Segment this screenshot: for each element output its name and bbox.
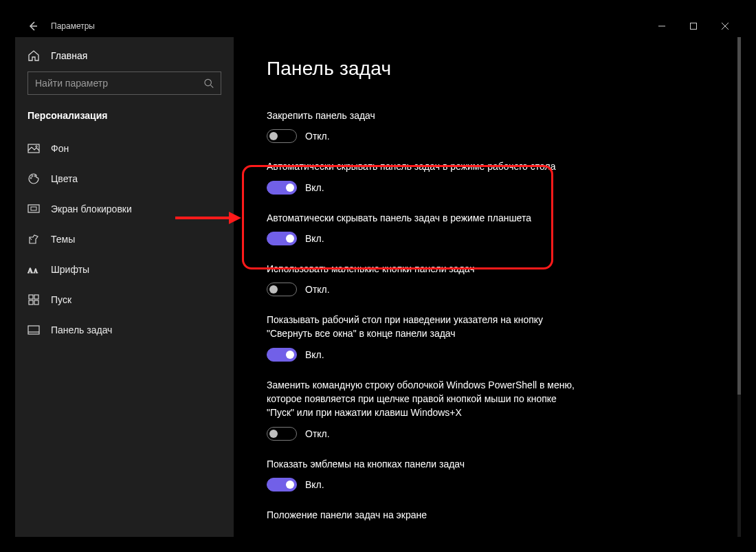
svg-text:A: A	[34, 268, 38, 274]
toggle-switch[interactable]	[267, 232, 297, 245]
setting-item: Показать эмблемы на кнопках панели задач…	[267, 457, 583, 492]
svg-rect-0	[691, 23, 697, 30]
setting-item: Закрепить панель задачОткл.	[267, 109, 583, 143]
toggle-row: Вкл.	[267, 348, 583, 362]
palette-icon	[27, 173, 40, 185]
svg-rect-8	[31, 207, 36, 210]
maximize-button[interactable]	[678, 15, 709, 37]
close-icon	[722, 23, 729, 30]
arrow-left-icon	[27, 21, 38, 32]
titlebar: Параметры	[15, 15, 741, 37]
toggle-row: Откл.	[267, 427, 583, 441]
setting-label: Положение панели задач на экране	[267, 508, 583, 522]
setting-label: Показать эмблемы на кнопках панели задач	[267, 457, 583, 471]
sidebar: Главная Персонализация Фон	[15, 37, 234, 537]
setting-label: Автоматически скрывать панель задач в ре…	[267, 211, 583, 225]
svg-point-5	[32, 175, 33, 177]
setting-label: Использовать маленькие кнопки панели зад…	[267, 262, 583, 276]
sidebar-item-colors[interactable]: Цвета	[15, 164, 234, 194]
window-title: Параметры	[51, 21, 95, 31]
sidebar-item-label: Пуск	[51, 294, 71, 305]
setting-item: Заменить командную строку оболочкой Wind…	[267, 378, 583, 441]
setting-label: Закрепить панель задач	[267, 109, 583, 122]
toggle-row: Вкл.	[267, 478, 583, 492]
page-title: Панель задач	[267, 58, 708, 80]
svg-rect-11	[29, 295, 33, 299]
setting-item: Автоматически скрывать панель задач в ре…	[267, 159, 583, 194]
setting-item: Использовать маленькие кнопки панели зад…	[267, 262, 583, 296]
sidebar-item-fonts[interactable]: AA Шрифты	[15, 254, 234, 285]
sidebar-item-background[interactable]: Фон	[15, 133, 234, 164]
toggle-state-label: Откл.	[305, 131, 330, 142]
svg-rect-12	[34, 295, 38, 299]
content-area: Панель задач Закрепить панель задачОткл.…	[234, 37, 741, 537]
toggle-state-label: Вкл.	[305, 349, 324, 360]
toggle-state-label: Вкл.	[305, 233, 324, 244]
toggle-row: Откл.	[267, 283, 583, 296]
sidebar-item-themes[interactable]: Темы	[15, 224, 234, 254]
toggle-switch[interactable]	[267, 181, 297, 195]
minimize-icon	[658, 23, 665, 30]
maximize-icon	[690, 23, 697, 30]
setting-item: Автоматически скрывать панель задач в ре…	[267, 211, 583, 245]
svg-point-1	[205, 79, 211, 85]
svg-rect-15	[28, 326, 39, 334]
scrollbar-track[interactable]	[737, 37, 741, 537]
sidebar-item-label: Темы	[51, 234, 75, 245]
fonts-icon: AA	[27, 263, 40, 276]
toggle-row: Вкл.	[267, 181, 583, 195]
setting-item: Положение панели задач на экране	[267, 508, 583, 522]
sidebar-item-label: Фон	[51, 143, 69, 154]
sidebar-item-taskbar[interactable]: Панель задач	[15, 315, 234, 345]
picture-icon	[27, 142, 40, 155]
sidebar-item-start[interactable]: Пуск	[15, 285, 234, 315]
taskbar-icon	[27, 324, 40, 336]
settings-window: Параметры Главная	[15, 15, 741, 537]
svg-rect-14	[34, 300, 38, 305]
toggle-switch[interactable]	[267, 129, 297, 143]
setting-label: Показывать рабочий стол при наведении ук…	[267, 313, 583, 341]
search-icon	[204, 78, 214, 89]
setting-item: Показывать рабочий стол при наведении ук…	[267, 313, 583, 362]
close-button[interactable]	[709, 15, 741, 37]
category-heading: Персонализация	[15, 107, 234, 133]
setting-label: Заменить командную строку оболочкой Wind…	[267, 378, 583, 420]
home-link[interactable]: Главная	[15, 44, 234, 71]
minimize-button[interactable]	[646, 15, 678, 37]
scrollbar-thumb[interactable]	[737, 37, 741, 395]
toggle-switch[interactable]	[267, 283, 297, 296]
lockscreen-icon	[27, 203, 40, 215]
toggle-row: Откл.	[267, 129, 583, 143]
toggle-state-label: Вкл.	[305, 479, 324, 490]
sidebar-item-label: Панель задач	[51, 324, 112, 335]
back-button[interactable]	[25, 18, 41, 34]
toggle-state-label: Откл.	[305, 428, 330, 439]
start-icon	[27, 294, 40, 306]
toggle-switch[interactable]	[267, 427, 297, 441]
sidebar-item-lockscreen[interactable]: Экран блокировки	[15, 194, 234, 224]
toggle-switch[interactable]	[267, 348, 297, 362]
sidebar-item-label: Шрифты	[51, 264, 89, 275]
svg-rect-13	[29, 300, 33, 305]
toggle-state-label: Вкл.	[305, 182, 324, 193]
search-box[interactable]	[27, 71, 221, 95]
setting-label: Автоматически скрывать панель задач в ре…	[267, 159, 583, 173]
svg-point-6	[34, 175, 36, 177]
toggle-state-label: Откл.	[305, 284, 330, 295]
svg-point-4	[30, 177, 32, 179]
toggle-row: Вкл.	[267, 232, 583, 245]
search-input[interactable]	[35, 78, 204, 89]
toggle-switch[interactable]	[267, 478, 297, 492]
svg-text:A: A	[27, 266, 33, 274]
sidebar-item-label: Экран блокировки	[51, 203, 132, 214]
svg-rect-7	[28, 205, 39, 212]
window-controls	[646, 15, 741, 37]
home-label: Главная	[51, 50, 87, 61]
themes-icon	[27, 233, 40, 245]
home-icon	[27, 49, 40, 62]
sidebar-item-label: Цвета	[51, 173, 78, 184]
svg-point-3	[36, 146, 37, 147]
